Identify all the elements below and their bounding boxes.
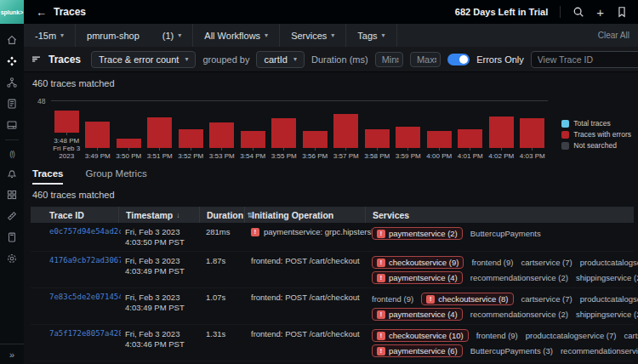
error-service-chip[interactable]: !checkoutservice (10) bbox=[372, 329, 469, 342]
sidebar-item-dashboards[interactable] bbox=[0, 185, 24, 207]
chart-bar[interactable]: 3:56 PM bbox=[299, 100, 331, 160]
bar-rect bbox=[54, 111, 79, 133]
chart-bar[interactable]: 3:54 PM bbox=[237, 100, 269, 160]
group-by-value: cartId bbox=[264, 54, 288, 65]
service-chip[interactable]: frontend (9) bbox=[471, 258, 513, 267]
back-arrow-icon[interactable]: ← bbox=[36, 6, 47, 19]
environment-picker[interactable]: pmrum-shop (1) ▾ bbox=[76, 24, 192, 47]
add-plus-icon[interactable]: + bbox=[596, 6, 604, 19]
error-service-chip[interactable]: !checkoutservice (8) bbox=[421, 293, 513, 305]
search-icon[interactable] bbox=[572, 6, 584, 18]
stepper-icons[interactable]: ▴▾ bbox=[396, 56, 399, 63]
trace-id-link[interactable]: e0c757d94e54ad2c31a... bbox=[49, 227, 121, 236]
metric-type-select[interactable]: Trace & error count ▾ bbox=[91, 51, 196, 68]
error-service-chip[interactable]: !paymentservice (4) bbox=[372, 308, 463, 321]
service-chip[interactable]: cartservice (7) bbox=[521, 294, 572, 304]
sidebar-item-metrics[interactable] bbox=[0, 207, 24, 228]
duration-max-input[interactable]: Max ▴▾ bbox=[410, 52, 441, 67]
sidebar-item-apm[interactable] bbox=[0, 52, 24, 73]
sidebar-expand-button[interactable]: » bbox=[0, 344, 24, 364]
sidebar-item-notifications[interactable] bbox=[0, 164, 24, 185]
chart-bar[interactable]: 4:00 PM bbox=[424, 100, 455, 160]
chart-bar[interactable]: 3:50 PM bbox=[113, 100, 145, 160]
column-header-duration[interactable]: Duration⇅ bbox=[199, 207, 251, 223]
chart-bar[interactable]: 4:01 PM bbox=[455, 100, 487, 160]
cell-duration: 1.31s bbox=[206, 329, 251, 338]
service-chip[interactable]: ButtercupPayments (3) bbox=[470, 346, 553, 355]
apm-icon bbox=[6, 55, 18, 71]
tab-traces[interactable]: Traces bbox=[32, 168, 63, 185]
sidebar-item-home[interactable] bbox=[0, 31, 24, 52]
time-range-picker[interactable]: -15m ▾ bbox=[24, 24, 75, 47]
table-row: 7a5f172e8057a428Fri, Feb 3 20234:03:46 P… bbox=[31, 325, 634, 361]
sidebar-item-settings[interactable] bbox=[0, 249, 24, 270]
legend-swatch bbox=[561, 120, 569, 128]
sidebar-item-log-observer[interactable] bbox=[0, 94, 24, 116]
chart-bar[interactable]: 3:53 PM bbox=[207, 100, 238, 160]
service-chip[interactable]: productcatalogservice (7) bbox=[526, 331, 617, 340]
service-chip[interactable]: cartservice (7) bbox=[624, 331, 638, 340]
bar-rect bbox=[179, 129, 203, 148]
services-picker[interactable]: Services ▾ bbox=[280, 24, 345, 47]
workflows-picker[interactable]: All Workflows ▾ bbox=[193, 24, 279, 47]
chart-bar[interactable]: 3:51 PM bbox=[145, 100, 176, 160]
splunk-logo[interactable]: splunk> bbox=[0, 0, 24, 24]
service-chip[interactable]: productcatalogservice (6) bbox=[580, 258, 638, 267]
error-service-chip[interactable]: !paymentservice (4) bbox=[372, 271, 463, 284]
services-line: !paymentservice (4)recommendationservice… bbox=[372, 271, 638, 284]
group-by-select[interactable]: cartId ▾ bbox=[256, 51, 305, 68]
x-axis-label: 3:54 PM bbox=[240, 152, 265, 160]
tab-group-metrics[interactable]: Group Metrics bbox=[85, 168, 146, 185]
trace-id-link[interactable]: 7e83c5de2e071454 bbox=[49, 293, 121, 301]
x-axis-label: 3:56 PM bbox=[302, 152, 328, 160]
service-chip[interactable]: frontend (9) bbox=[476, 331, 518, 340]
chart-bar[interactable]: 3:49 PM bbox=[83, 100, 114, 160]
service-chip[interactable]: frontend (9) bbox=[372, 294, 413, 304]
column-header-initiating-operation[interactable]: Initiating Operation bbox=[244, 207, 372, 223]
chart-bar[interactable]: 3:48 PMFri Feb 32023 bbox=[51, 100, 83, 160]
clear-all-button[interactable]: Clear All bbox=[598, 31, 638, 40]
view-trace-id-input[interactable] bbox=[531, 51, 638, 68]
x-axis-tick bbox=[439, 148, 440, 151]
chart-bar[interactable]: 3:52 PM bbox=[175, 100, 207, 160]
sidebar-item-incidents[interactable] bbox=[0, 228, 24, 249]
sidebar-item-infrastructure[interactable] bbox=[0, 73, 24, 94]
service-chip[interactable]: recommendationservice (2) bbox=[470, 310, 568, 319]
table-row: 4176a9cb72ad3067Fri, Feb 3 20234:03:49 P… bbox=[31, 252, 634, 288]
cell-initiating-operation: frontend: POST /cart/checkout bbox=[251, 329, 372, 338]
page-title: Traces bbox=[54, 6, 86, 18]
bookmark-icon[interactable] bbox=[616, 6, 628, 18]
duration-min-input[interactable]: Min ▴▾ bbox=[375, 52, 403, 67]
x-axis-tick bbox=[315, 148, 316, 151]
service-chip[interactable]: productcatalogservice (6) bbox=[580, 294, 638, 304]
chart-bar[interactable]: 3:57 PM bbox=[331, 100, 362, 160]
sidebar-item-alerts[interactable]: (!) bbox=[0, 143, 24, 164]
stepper-icons[interactable]: ▴▾ bbox=[435, 56, 437, 63]
sidebar-item-rum[interactable] bbox=[0, 116, 24, 137]
errors-only-toggle[interactable] bbox=[447, 54, 470, 65]
chart-bar[interactable]: 3:58 PM bbox=[362, 100, 393, 160]
chart-bar[interactable]: 4:03 PM bbox=[517, 100, 549, 160]
column-header-timestamp[interactable]: Timestamp↓ bbox=[118, 207, 206, 223]
column-header-services[interactable]: Services bbox=[365, 207, 634, 223]
error-service-chip[interactable]: !checkoutservice (9) bbox=[372, 256, 464, 269]
trace-id-link[interactable]: 7a5f172e8057a428 bbox=[49, 329, 121, 338]
column-header-trace-id[interactable]: Trace ID bbox=[43, 207, 125, 223]
environment-count: (1) bbox=[162, 31, 174, 41]
cell-trace-id: 7a5f172e8057a428 bbox=[49, 329, 125, 338]
service-chip[interactable]: recommendationservice (2) bbox=[561, 346, 638, 355]
legend-swatch bbox=[561, 131, 569, 139]
service-chip[interactable]: shippingservice (2) bbox=[576, 273, 638, 282]
chart-bar[interactable]: 4:02 PM bbox=[486, 100, 517, 160]
service-chip[interactable]: cartservice (7) bbox=[521, 258, 572, 267]
error-service-chip[interactable]: !paymentservice (2) bbox=[372, 227, 463, 240]
chart-bar[interactable]: 3:55 PM bbox=[269, 100, 300, 160]
service-chip[interactable]: ButtercupPayments bbox=[470, 229, 541, 238]
error-service-chip[interactable]: !paymentservice (6) bbox=[372, 344, 463, 357]
tags-picker[interactable]: Tags ▾ bbox=[346, 24, 396, 47]
trace-id-link[interactable]: 4176a9cb72ad3067 bbox=[49, 256, 121, 264]
service-chip[interactable]: recommendationservice (2) bbox=[470, 273, 568, 282]
service-chip[interactable]: shippingservice (2) bbox=[576, 310, 638, 319]
cell-duration: 1.87s bbox=[206, 256, 251, 265]
chart-bar[interactable]: 3:59 PM bbox=[393, 100, 424, 160]
